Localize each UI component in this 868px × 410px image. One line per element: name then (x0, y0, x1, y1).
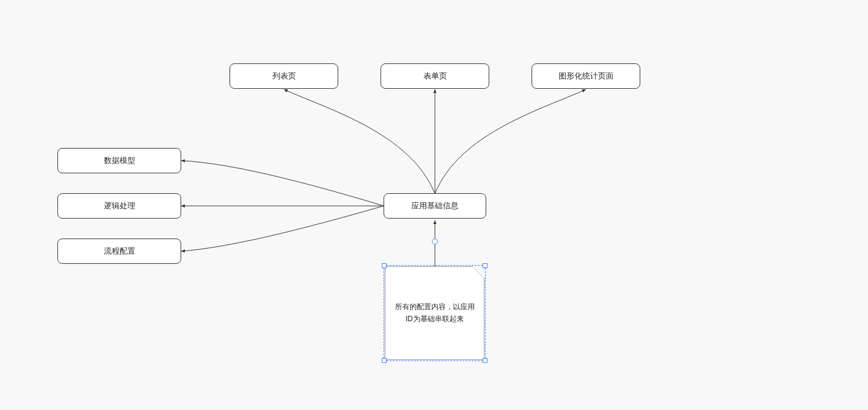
resize-handle-sw[interactable] (382, 358, 387, 363)
note-text: 所有的配置内容，以应用ID为基础串联起来 (393, 301, 477, 324)
edge-to-list-page (284, 89, 435, 194)
edge-to-data-model (181, 161, 384, 206)
node-label: 列表页 (272, 71, 296, 82)
diagram-canvas[interactable]: 列表页 表单页 图形化统计页面 数据模型 逻辑处理 流程配置 应用基础信息 所有… (0, 0, 868, 410)
connection-port-top[interactable] (432, 239, 438, 245)
node-label: 图形化统计页面 (559, 71, 614, 82)
node-list-page[interactable]: 列表页 (230, 63, 338, 89)
node-flow-config[interactable]: 流程配置 (57, 239, 181, 264)
resize-handle-se[interactable] (483, 358, 487, 363)
node-label: 数据模型 (104, 155, 135, 166)
edge-to-flow-config (181, 206, 384, 251)
node-label: 应用基础信息 (411, 200, 458, 211)
edge-to-chart-page (435, 89, 586, 194)
node-data-model[interactable]: 数据模型 (57, 148, 181, 173)
node-chart-page[interactable]: 图形化统计页面 (532, 63, 640, 89)
note-selected[interactable]: 所有的配置内容，以应用ID为基础串联起来 (385, 266, 484, 360)
node-form-page[interactable]: 表单页 (381, 63, 489, 89)
node-logic-process[interactable]: 逻辑处理 (57, 193, 181, 219)
node-app-base-info[interactable]: 应用基础信息 (384, 193, 486, 219)
node-label: 逻辑处理 (104, 200, 135, 211)
resize-handle-nw[interactable] (382, 263, 387, 268)
node-label: 表单页 (423, 71, 447, 82)
resize-handle-ne[interactable] (483, 263, 487, 268)
node-label: 流程配置 (104, 246, 135, 257)
